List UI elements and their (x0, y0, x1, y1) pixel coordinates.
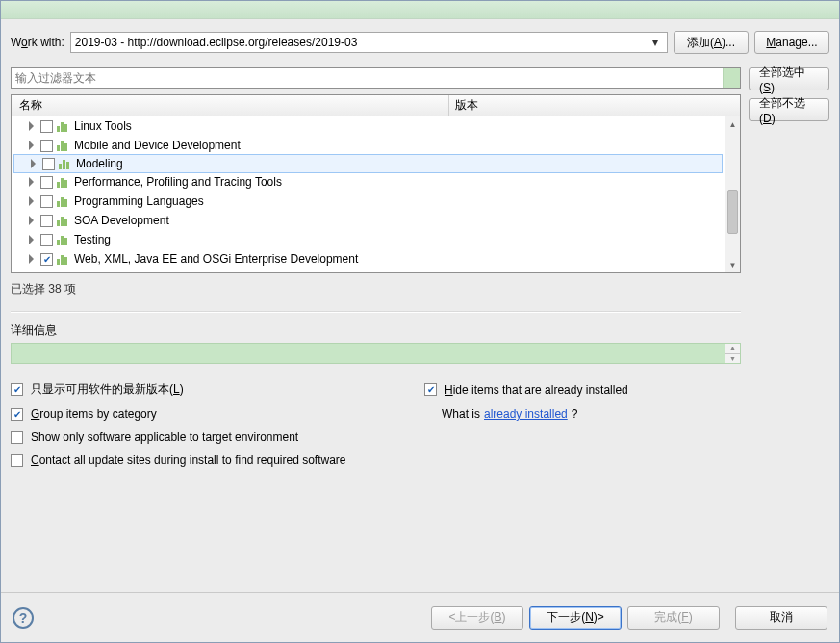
content-area: Work with: 2019-03 - http://download.ecl… (1, 19, 839, 467)
chevron-down-icon[interactable]: ▾ (648, 34, 663, 51)
expander-icon[interactable] (27, 196, 37, 206)
tree-row-label: Programming Languages (74, 194, 204, 208)
tree-row-label: Performance, Profiling and Tracing Tools (74, 175, 282, 189)
dialog: Work with: 2019-03 - http://download.ecl… (0, 0, 840, 643)
selection-status: 已选择 38 项 (11, 281, 741, 297)
tree-rows: Linux ToolsMobile and Device Development… (12, 116, 725, 269)
checkbox-icon[interactable]: ✔ (11, 408, 23, 421)
back-button[interactable]: <上一步(B) (431, 606, 523, 630)
opt-hide-label: Hide items that are already installed (445, 383, 628, 397)
whatis-installed: What is already installed ? (424, 407, 741, 421)
add-button[interactable]: 添加(A)... (674, 31, 749, 54)
checkbox-icon[interactable] (40, 140, 53, 152)
checkbox-icon[interactable] (40, 120, 53, 133)
checkbox-icon[interactable]: ✔ (11, 383, 23, 396)
checkbox-icon[interactable] (40, 176, 53, 189)
next-button[interactable]: 下一步(N)> (529, 606, 622, 630)
column-header-version[interactable]: 版本 (449, 97, 740, 114)
checkbox-icon[interactable] (11, 431, 23, 444)
work-with-label-post: rk with: (28, 36, 64, 49)
expander-icon[interactable] (27, 121, 37, 131)
category-icon (57, 140, 70, 151)
category-icon (57, 120, 70, 132)
whatis-post: ? (572, 407, 578, 421)
opt-contact-label: Contact all update sites during install … (31, 453, 346, 467)
cancel-button[interactable]: 取消 (735, 606, 827, 630)
filter-cap (723, 68, 740, 88)
opt-latest[interactable]: ✔ 只显示可用软件的最新版本(L) (11, 381, 424, 398)
opt-group[interactable]: ✔ Group items by category (11, 407, 424, 421)
opt-contact-sites[interactable]: Contact all update sites during install … (11, 453, 424, 467)
tree-row[interactable]: Programming Languages (12, 192, 725, 211)
tree-row-label: Modeling (76, 157, 123, 170)
tree-row[interactable]: SOA Development (12, 211, 725, 230)
tree-row[interactable]: Modeling (13, 154, 723, 173)
category-icon (57, 253, 70, 265)
work-with-row: Work with: 2019-03 - http://download.ecl… (11, 31, 829, 54)
opt-target-label: Show only software applicable to target … (31, 430, 298, 444)
expander-icon[interactable] (27, 141, 37, 150)
software-tree: 名称 版本 Linux ToolsMobile and Device Devel… (11, 94, 741, 273)
tree-row-label: Linux Tools (74, 119, 132, 133)
select-all-button[interactable]: 全部选中(S) (749, 67, 829, 90)
scrollbar-thumb[interactable] (727, 190, 738, 234)
details-box: ▲ ▼ (11, 343, 741, 364)
separator (11, 311, 741, 313)
category-icon (59, 158, 72, 169)
opt-hide-installed[interactable]: ✔ Hide items that are already installed (424, 381, 741, 398)
stepper-up-icon[interactable]: ▲ (725, 344, 740, 354)
tree-row[interactable]: Testing (12, 230, 725, 249)
banner-stripe (1, 1, 839, 19)
expander-icon[interactable] (29, 159, 38, 168)
tree-row-label: Mobile and Device Development (74, 139, 241, 152)
options-grid: ✔ 只显示可用软件的最新版本(L) ✔ Hide items that are … (11, 381, 741, 467)
details-stepper[interactable]: ▲ ▼ (725, 344, 740, 363)
scrollbar-track[interactable] (725, 132, 740, 257)
help-icon[interactable]: ? (13, 607, 34, 629)
tree-row[interactable]: ✔Web, XML, Java EE and OSGi Enterprise D… (12, 249, 725, 269)
work-with-label-mnemonic: o (21, 36, 28, 49)
scroll-down-icon[interactable]: ▼ (725, 257, 740, 272)
work-with-value: 2019-03 - http://download.eclipse.org/re… (75, 36, 648, 49)
tree-row[interactable]: Linux Tools (12, 116, 725, 136)
work-with-label-pre: W (11, 36, 21, 49)
expander-icon[interactable] (27, 235, 37, 244)
tree-header: 名称 版本 (12, 95, 740, 116)
expander-icon[interactable] (27, 254, 37, 264)
tree-row[interactable]: Mobile and Device Development (12, 136, 725, 155)
checkbox-icon[interactable] (11, 454, 23, 467)
opt-latest-label: 只显示可用软件的最新版本(L) (31, 381, 184, 398)
manage-button[interactable]: Manage... (754, 31, 829, 54)
vertical-scrollbar[interactable]: ▲ ▼ (725, 116, 740, 272)
footer-bar: ? <上一步(B) 下一步(N)> 完成(F) 取消 (1, 592, 839, 642)
finish-button[interactable]: 完成(F) (627, 606, 720, 630)
filter-input[interactable] (12, 68, 723, 88)
tree-row-label: Testing (74, 233, 111, 246)
filter-field[interactable] (11, 67, 741, 89)
expander-icon[interactable] (27, 216, 37, 225)
checkbox-icon[interactable] (42, 158, 55, 170)
work-with-combo[interactable]: 2019-03 - http://download.eclipse.org/re… (70, 32, 668, 53)
opt-group-label: Group items by category (31, 407, 157, 421)
expander-icon[interactable] (27, 177, 37, 187)
checkbox-icon[interactable] (40, 234, 53, 246)
scroll-up-icon[interactable]: ▲ (725, 116, 740, 132)
tree-row-label: SOA Development (74, 214, 169, 227)
tree-viewport: Linux ToolsMobile and Device Development… (12, 116, 725, 272)
category-icon (57, 234, 70, 245)
middle-row: 名称 版本 Linux ToolsMobile and Device Devel… (11, 67, 829, 467)
work-with-label: Work with: (11, 36, 64, 49)
side-buttons: 全部选中(S) 全部不选(D) (749, 67, 829, 121)
checkbox-icon[interactable]: ✔ (424, 383, 437, 396)
deselect-all-button[interactable]: 全部不选(D) (749, 98, 829, 121)
checkbox-icon[interactable] (40, 215, 53, 227)
opt-target-env[interactable]: Show only software applicable to target … (11, 430, 424, 444)
column-header-name[interactable]: 名称 (12, 95, 449, 116)
already-installed-link[interactable]: already installed (484, 407, 568, 421)
tree-row[interactable]: Performance, Profiling and Tracing Tools (12, 172, 725, 192)
left-column: 名称 版本 Linux ToolsMobile and Device Devel… (11, 67, 741, 467)
checkbox-icon[interactable] (40, 195, 53, 208)
stepper-down-icon[interactable]: ▼ (725, 354, 740, 364)
checkbox-icon[interactable]: ✔ (40, 253, 53, 266)
category-icon (57, 215, 70, 226)
